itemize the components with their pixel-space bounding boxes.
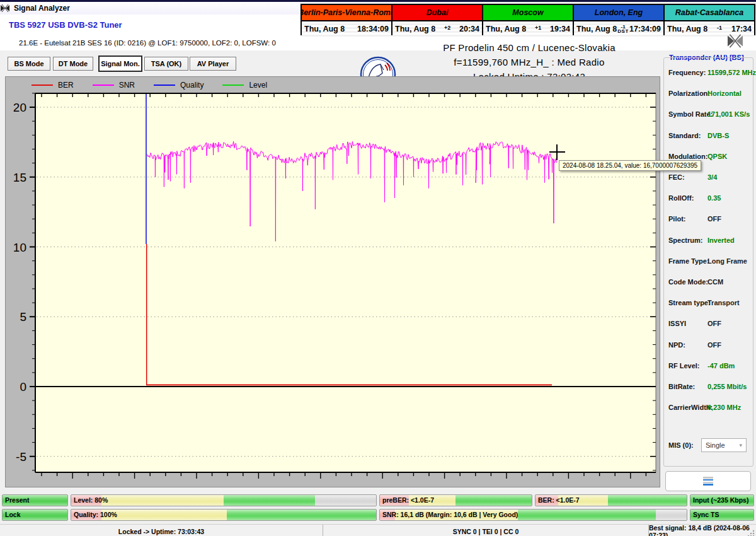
transponder-label: Symbol Rate: (668, 110, 706, 118)
status-sync-counters: SYNC 0 | TEI 0 | CC 0 (323, 525, 649, 536)
svg-text:10: 10 (13, 241, 26, 254)
tab-tsa-ok[interactable]: TSA (OK) (144, 57, 188, 71)
transponder-row-symbol-rate: Symbol Rate:171,001 KS/s (668, 109, 749, 119)
transponder-label: Stream type: (668, 299, 706, 306)
transponder-label: BitRate: (668, 383, 706, 390)
transponder-label: Frequency: (668, 69, 706, 76)
clock-city-dubai: Dubai (392, 5, 482, 20)
legend-item-level: Level (222, 81, 267, 90)
satellite-dish-icon (0, 4, 10, 13)
transponder-label: FEC: (668, 173, 706, 181)
title-bar[interactable]: Signal Analyzer (0, 2, 300, 15)
meter-sync-ts: Sync TS (690, 509, 754, 521)
clock-time-dubai: Thu, Aug 8+220:34 (392, 21, 482, 37)
signal-analyzer-window: Signal Analyzer TBS 5927 USB DVB-S2 Tune… (0, 0, 756, 536)
window-title: Signal Analyzer (14, 4, 70, 13)
chart-svg[interactable]: 20151050-5 (5, 90, 660, 480)
signal-chart[interactable]: 20151050-5 (5, 90, 660, 480)
transponder-value: DVB-S (707, 132, 729, 139)
transponder-row-standard: Standard:DVB-S (668, 131, 749, 141)
meter-lock: Lock (2, 509, 68, 521)
frequency-title: f=11599,760 MHz_H_ : Med Radio (391, 57, 668, 67)
transponder-row-npd: NPD:OFF (668, 340, 749, 350)
clock-city-berlin-paris-vienna-roma: Berlin-Paris-Vienna-Roma (302, 5, 391, 20)
transponder-label: RollOff: (668, 194, 706, 202)
meter-present: Present (2, 494, 68, 506)
transponder-value: 11599,572 MHz (707, 69, 756, 76)
transponder-value: -47 dBm (707, 362, 735, 370)
status-bar: Locked -> Uptime: 73:03:43 SYNC 0 | TEI … (0, 524, 756, 536)
svg-text:-5: -5 (16, 450, 26, 463)
svg-text:5: 5 (20, 310, 26, 323)
transponder-label: Standard: (668, 132, 706, 139)
meter-quality: Quality: 100% (71, 509, 377, 521)
transponder-label: ISSYI (668, 320, 706, 327)
status-locked-uptime: Locked -> Uptime: 73:03:43 (0, 525, 323, 536)
chart-tooltip: 2024-08-08 18.25.04, value: 16,700000762… (559, 160, 701, 171)
transponder-row-stream-type: Stream type:Transport (668, 298, 749, 308)
transponder-value: CCM (707, 278, 723, 286)
world-clocks-table: Berlin-Paris-Vienna-RomaDubaiMoscowLondo… (301, 4, 755, 35)
transponder-label: CarrierWidth: (668, 404, 706, 411)
legend-item-snr: SNR (93, 81, 135, 90)
resize-grip-icon[interactable] (747, 529, 755, 536)
meter-input-235-kbps: Input (~235 Kbps) (690, 494, 754, 506)
transponder-label: Spectrum: (668, 236, 706, 244)
transponder-value: Horizontal (707, 90, 742, 97)
transponder-value: 171,001 KS/s (707, 110, 750, 118)
transponder-row-bitrate: BitRate:0,255 Mbit/s (668, 382, 749, 392)
svg-text:15: 15 (13, 171, 26, 184)
tab-dt-mode[interactable]: DT Mode (53, 57, 93, 71)
chevron-down-icon: ▾ (739, 442, 742, 448)
transponder-value: Transport (707, 299, 740, 306)
transponder-label: Polarization: (668, 90, 706, 97)
mis-selected-value: Single (706, 441, 725, 449)
legend-line-snr (93, 84, 114, 86)
transponder-label: Pilot: (668, 215, 706, 223)
transponder-row-rolloff: RollOff:0.35 (668, 193, 749, 203)
transponder-row-fec: FEC:3/4 (668, 172, 749, 182)
meter-level: Level: 80% (71, 494, 377, 506)
transponder-value: 0.35 (707, 194, 721, 202)
tab-signal-mon[interactable]: Signal Mon. (99, 56, 142, 71)
mis-dropdown[interactable]: Single ▾ (701, 438, 747, 452)
transponder-row-polarization: Polarization:Horizontal (668, 88, 749, 98)
transponder-row-frequency: Frequency:11599,572 MHz (668, 67, 749, 78)
clock-time-moscow: Thu, Aug 8+119:34 (483, 21, 573, 37)
transponder-value: OFF (707, 341, 721, 349)
svg-text:20: 20 (13, 101, 26, 114)
clock-city-moscow: Moscow (483, 5, 573, 20)
tab-av-player[interactable]: AV Player (190, 57, 236, 71)
transponder-label: RF Level: (668, 362, 706, 370)
legend-line-level (222, 84, 244, 86)
transponder-row-pilot: Pilot:OFF (668, 214, 749, 224)
clock-time-berlin-paris-vienna-roma: Thu, Aug 818:34:09 (302, 21, 391, 37)
transponder-value: 0,230 MHz (707, 404, 741, 411)
legend-line-ber (32, 84, 53, 86)
transponder-row-rf-level: RF Level:-47 dBm (668, 361, 749, 371)
ts-list-button[interactable] (665, 471, 751, 491)
transponder-row-frame-type: Frame Type:Long Frame (668, 256, 749, 266)
transponder-label: Modulation: (668, 153, 706, 160)
transponder-label: NPD: (668, 341, 706, 349)
transponder-value: 0,255 Mbit/s (707, 383, 747, 390)
transponder-value: QPSK (707, 153, 727, 160)
lnb-info: 21.6E - Eutelsat 21B SES 16 (ID: 0216) @… (19, 39, 276, 47)
transponder-label: Code Mode: (668, 278, 706, 286)
clock-city-london-eng: London, Eng (574, 5, 663, 20)
transponder-value: Long Frame (707, 257, 747, 265)
meter-preber: preBER: <1.0E-7 (379, 494, 532, 506)
transponder-row-issyi: ISSYIOFF (668, 318, 749, 329)
legend-item-quality: Quality (154, 81, 203, 90)
list-icon (703, 477, 713, 486)
transponder-row-spectrum: Spectrum:Inverted (668, 235, 749, 245)
transponder-value: OFF (707, 320, 721, 327)
clock-time-london-eng: Thu, Aug 8-1DST17:34:09 (574, 21, 663, 37)
transponder-row-carrierwidth: CarrierWidth:0,230 MHz (668, 402, 749, 412)
transponder-row-code-mode: Code Mode:CCM (668, 277, 749, 287)
clock-city-rabat-casablanca: Rabat-Casablanca (665, 5, 754, 20)
meter-ber: BER: <1.0E-7 (535, 494, 687, 506)
legend-line-quality (154, 84, 175, 86)
tab-bs-mode[interactable]: BS Mode (8, 57, 50, 71)
transponder-value: 3/4 (707, 173, 717, 181)
